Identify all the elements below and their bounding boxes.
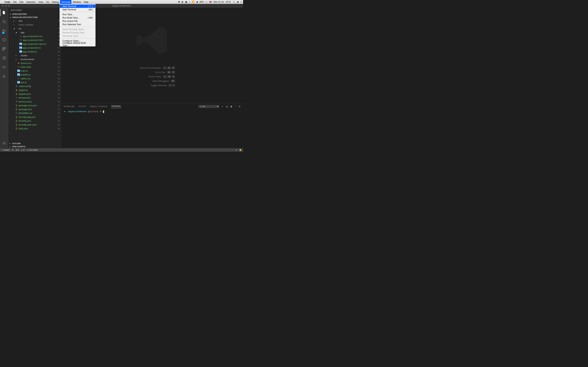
volume-icon[interactable]: ◀	[196, 1, 198, 3]
file-package-lock-json[interactable]: {}package-lock.jsonU	[9, 103, 61, 107]
tab-problems[interactable]: PROBLEMS	[64, 105, 75, 108]
file-app[interactable]: ◢app•	[9, 30, 61, 34]
menu-debug[interactable]: Debug	[51, 0, 60, 4]
evernote-icon[interactable]: ✱	[178, 1, 180, 3]
liveshare-icon[interactable]	[0, 64, 9, 71]
menu-selection[interactable]: Selection	[25, 0, 37, 4]
menu-window[interactable]: Window	[71, 0, 82, 4]
file-e2e[interactable]: ▸e2e•	[9, 19, 61, 23]
file-polyfills-ts[interactable]: TSpolyfills.tsU	[9, 73, 61, 76]
file--gitignore[interactable]: ◆.gitignoreU	[9, 88, 61, 92]
test-icon[interactable]	[0, 55, 9, 61]
tab-debug-console[interactable]: DEBUG CONSOLE	[90, 105, 108, 108]
file-assets[interactable]: ▸assets•	[9, 53, 61, 57]
terminal-dropdown: New Terminal[^⇧`]Split Terminal[⌘\]Run T…	[60, 4, 95, 47]
siri-icon[interactable]: ◉	[237, 1, 239, 3]
azure-icon[interactable]	[0, 73, 9, 80]
menu-file[interactable]: File	[12, 0, 18, 4]
new-terminal-icon[interactable]: ＋	[221, 105, 224, 108]
menu-item-configure-default-build-task[interactable]: Configure Default Build Task...	[60, 42, 95, 46]
menu-item-run-selected-text[interactable]: Run Selected Text	[60, 23, 95, 26]
search-icon[interactable]	[0, 18, 9, 25]
debug-icon[interactable]	[0, 36, 9, 43]
file-styles-css[interactable]: #styles.cssU	[9, 76, 61, 80]
menu-help[interactable]: Help	[82, 0, 90, 4]
file-environments[interactable]: ▸environments•	[9, 57, 61, 61]
file-browserslist[interactable]: ≡browserslistU	[9, 96, 61, 100]
file-tslint-json[interactable]: {}tslint.jsonU	[9, 126, 61, 130]
file--editorconfig[interactable]: ⚙.editorconfigU	[9, 84, 61, 88]
file-karma-conf-js[interactable]: ⚙karma.conf.jsU	[9, 100, 61, 103]
file-favicon-ico[interactable]: ★favicon.icoU	[9, 61, 61, 65]
file-app-component-html[interactable]: <>app.component.htmlU	[9, 38, 61, 42]
file-main-ts[interactable]: TSmain.tsU	[9, 69, 61, 73]
menu-view[interactable]: View	[37, 0, 45, 4]
file-icon: #	[19, 35, 22, 37]
split-terminal-icon[interactable]: ◫	[226, 105, 228, 108]
file-tsconfig-app-json[interactable]: {}tsconfig.app.jsonU	[9, 115, 61, 119]
file-tsconfig-spec-json[interactable]: {}tsconfig.spec.jsonU	[9, 123, 61, 126]
file-src[interactable]: ◢src•	[9, 26, 61, 30]
file-icon: {}	[15, 116, 18, 118]
kill-terminal-icon[interactable]: 🗑	[230, 105, 232, 108]
file-node-modules[interactable]: ▸node_modules	[9, 23, 61, 26]
tab-output[interactable]: OUTPUT	[78, 105, 87, 108]
npm-scripts-section[interactable]: NPM SCRIPTS	[9, 145, 61, 148]
file-index-html[interactable]: <>index.htmlU	[9, 65, 61, 69]
flag-icon[interactable]: 🇬🇧	[209, 1, 212, 3]
time[interactable]: 15:21	[225, 1, 231, 3]
explorer-icon[interactable]	[0, 9, 9, 16]
wifi-icon[interactable]: 📶	[192, 1, 194, 3]
terminal-body[interactable]: ➜ angular-architecture git:(master) ✗	[61, 109, 243, 148]
mac-status: ✱ ◐ ▣ ⌁ 📶 ◀ 48% ▭ 🇬🇧 Mon 22 Jul 15:21 🔍 …	[178, 1, 242, 3]
svg-point-5	[3, 38, 6, 41]
shortcut-start-debugging: Start DebuggingF5	[129, 80, 175, 82]
menu-app[interactable]: Code	[3, 0, 12, 4]
battery-icon[interactable]: ▭	[206, 1, 207, 3]
file-tsconfig-json[interactable]: {}tsconfig.jsonU	[9, 119, 61, 123]
error-count[interactable]: ⊗ 0	[16, 149, 19, 151]
menu-item-restart-running-task: Restart Running Task...	[60, 31, 95, 34]
extensions-icon[interactable]	[0, 45, 9, 52]
live-share-status[interactable]: ⇪ Live Share	[26, 149, 38, 151]
menu-go[interactable]: Go	[45, 0, 50, 4]
file-icon: #	[17, 77, 20, 80]
menu-item-run-build-task[interactable]: Run Build Task...⇧⌘B	[60, 16, 95, 19]
file-readme-md[interactable]: ⓘREADME.mdU	[9, 111, 61, 115]
source-control-icon[interactable]: 30	[0, 27, 9, 34]
dashlane-icon[interactable]: ◐	[182, 1, 183, 3]
menu-item-split-terminal[interactable]: Split Terminal[⌘\]	[60, 8, 95, 11]
svg-rect-8	[3, 49, 4, 50]
feedback-icon[interactable]: ☺	[235, 149, 237, 151]
project-section[interactable]: ANGULAR-ARCHITECTURE	[9, 16, 61, 19]
file-app-module-ts[interactable]: TSapp.module.tsU	[9, 50, 61, 53]
open-editors-section[interactable]: OPEN EDITORS	[9, 13, 61, 16]
outline-section[interactable]: OUTLINE	[9, 142, 61, 145]
maximize-panel-icon[interactable]: ⌃	[234, 105, 236, 108]
menu-edit[interactable]: Edit	[18, 0, 25, 4]
notification-bell-icon[interactable]: 🔔	[239, 149, 242, 151]
file-icon: TS	[17, 81, 20, 83]
menu-item-run-active-file[interactable]: Run Active File	[60, 19, 95, 23]
file-app-component-spec-ts[interactable]: TSapp.component.spec.tsU	[9, 42, 61, 46]
file-package-json[interactable]: {}package.jsonU	[9, 107, 61, 111]
spotlight-icon[interactable]: 🔍	[233, 1, 235, 3]
menu-item-run-task[interactable]: Run Task...	[60, 13, 95, 16]
settings-gear-icon[interactable]	[0, 140, 9, 147]
tab-terminal[interactable]: TERMINAL	[111, 105, 121, 108]
warning-count[interactable]: ⚠ 0	[21, 149, 24, 151]
sync-status[interactable]: ⟳	[12, 149, 14, 151]
display-icon[interactable]: ▣	[185, 1, 187, 3]
terminal-select[interactable]: 1: zsh	[198, 105, 219, 108]
notification-icon[interactable]: ≡	[241, 1, 242, 3]
file-angular-json[interactable]: {}angular.jsonU	[9, 92, 61, 96]
menu-terminal[interactable]: Terminal	[60, 0, 71, 4]
file-app-component-css[interactable]: #app.component.cssU	[9, 34, 61, 38]
date[interactable]: Mon 22 Jul	[214, 1, 224, 3]
file-test-ts[interactable]: TStest.tsU	[9, 80, 61, 84]
menu-item-new-terminal[interactable]: New Terminal[^⇧`]	[60, 5, 95, 8]
close-panel-icon[interactable]: ✕	[239, 105, 241, 108]
file-app-component-ts[interactable]: TSapp.component.tsU	[9, 46, 61, 50]
bluetooth-icon[interactable]: ⌁	[189, 1, 190, 3]
branch-status[interactable]: ᛘ master*	[1, 149, 10, 151]
